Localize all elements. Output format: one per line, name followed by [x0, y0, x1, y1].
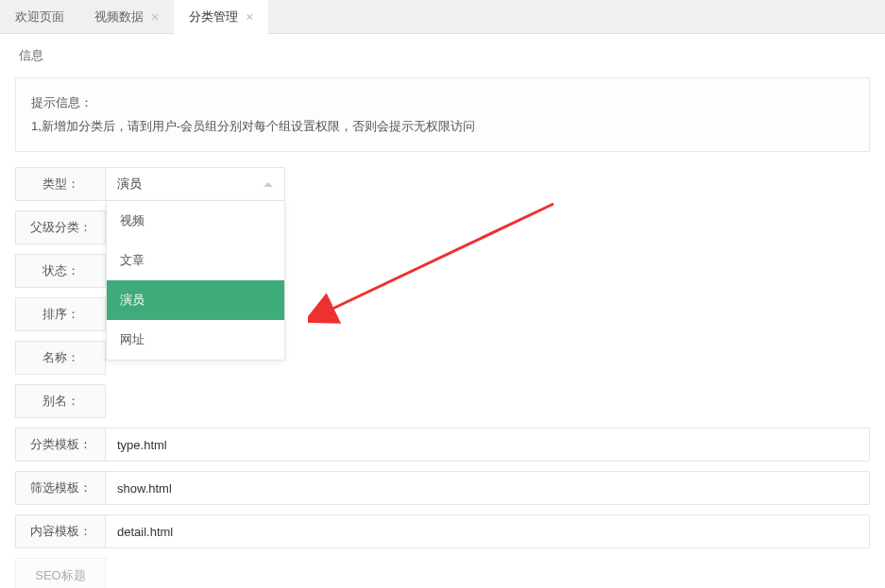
label-parent: 父级分类：: [15, 210, 106, 244]
hint-line: 1,新增加分类后，请到用户-会员组分别对每个组设置权限，否则会提示无权限访问: [31, 115, 854, 139]
label-alias: 别名：: [15, 384, 106, 418]
input-filter-tpl[interactable]: [117, 481, 858, 496]
dropdown-type: 视频 文章 演员 网址: [106, 201, 285, 361]
field-filter-tpl: [106, 471, 870, 505]
dropdown-option-video[interactable]: 视频: [107, 201, 284, 241]
input-content-tpl[interactable]: [117, 525, 858, 539]
row-alias: 别名：: [15, 384, 870, 418]
label-type-tpl: 分类模板：: [15, 428, 106, 462]
dropdown-option-article[interactable]: 文章: [107, 241, 284, 280]
field-content-tpl: [106, 514, 870, 548]
chevron-up-icon: [264, 182, 273, 187]
hint-title: 提示信息：: [31, 92, 854, 115]
label-name: 名称：: [15, 341, 106, 375]
content-panel: 信息 提示信息： 1,新增加分类后，请到用户-会员组分别对每个组设置权限，否则会…: [0, 34, 885, 588]
row-type-tpl: 分类模板：: [15, 428, 870, 462]
hint-box: 提示信息： 1,新增加分类后，请到用户-会员组分别对每个组设置权限，否则会提示无…: [15, 77, 870, 152]
label-seo-title: SEO标题: [15, 558, 106, 588]
row-filter-tpl: 筛选模板：: [15, 471, 870, 505]
tab-welcome[interactable]: 欢迎页面: [0, 0, 79, 34]
section-title: 信息: [0, 34, 885, 77]
input-type-tpl[interactable]: [117, 438, 858, 452]
select-value: 演员: [117, 176, 142, 193]
row-type: 类型： 演员 视频 文章 演员 网址: [15, 167, 870, 201]
label-status: 状态：: [15, 254, 106, 288]
label-sort: 排序：: [15, 297, 106, 331]
form: 类型： 演员 视频 文章 演员 网址: [0, 167, 885, 588]
tab-category-manage[interactable]: 分类管理 ×: [174, 0, 268, 34]
close-icon[interactable]: ×: [246, 9, 253, 25]
select-type[interactable]: 演员: [106, 167, 285, 201]
tab-label: 视频数据: [94, 8, 144, 25]
tab-label: 分类管理: [189, 8, 238, 25]
row-content-tpl: 内容模板：: [15, 514, 870, 548]
close-icon[interactable]: ×: [151, 9, 159, 25]
row-seo-title: SEO标题: [15, 558, 870, 588]
tab-label: 欢迎页面: [15, 8, 64, 25]
select-type-wrap: 演员 视频 文章 演员 网址: [106, 167, 285, 201]
tab-bar: 欢迎页面 视频数据 × 分类管理 ×: [0, 0, 885, 34]
dropdown-option-actor[interactable]: 演员: [107, 280, 284, 320]
dropdown-option-url[interactable]: 网址: [107, 320, 284, 360]
label-content-tpl: 内容模板：: [15, 514, 106, 548]
tab-video-data[interactable]: 视频数据 ×: [79, 0, 174, 34]
label-type: 类型：: [15, 167, 106, 201]
field-type-tpl: [106, 428, 870, 462]
label-filter-tpl: 筛选模板：: [15, 471, 106, 505]
